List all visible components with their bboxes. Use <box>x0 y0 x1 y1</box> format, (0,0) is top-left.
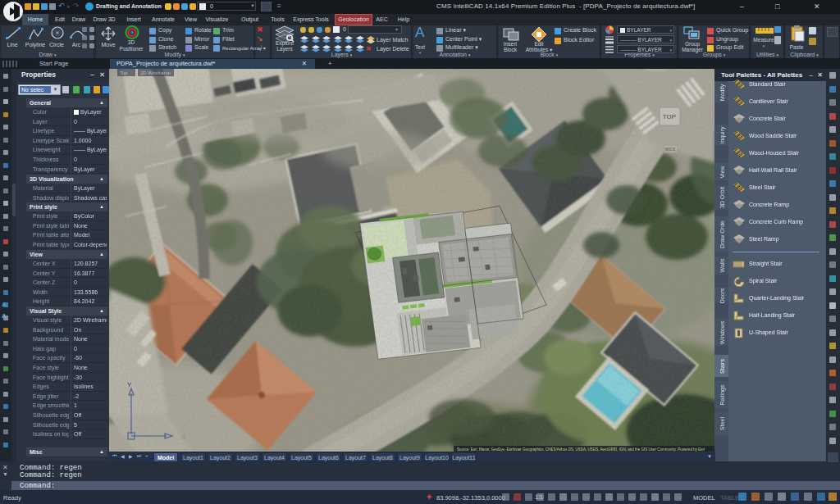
svg-text:WCS: WCS <box>665 147 676 152</box>
svg-text:X: X <box>181 434 186 441</box>
svg-text:TOP: TOP <box>663 113 676 120</box>
svg-text:Y: Y <box>127 381 132 388</box>
svg-text:Top: Top <box>120 70 128 75</box>
svg-text:Source: Esri, Maxar, GeoEye, E: Source: Esri, Maxar, GeoEye, Earthstar G… <box>457 447 705 452</box>
svg-text:2D Wireframe: 2D Wireframe <box>140 70 171 75</box>
